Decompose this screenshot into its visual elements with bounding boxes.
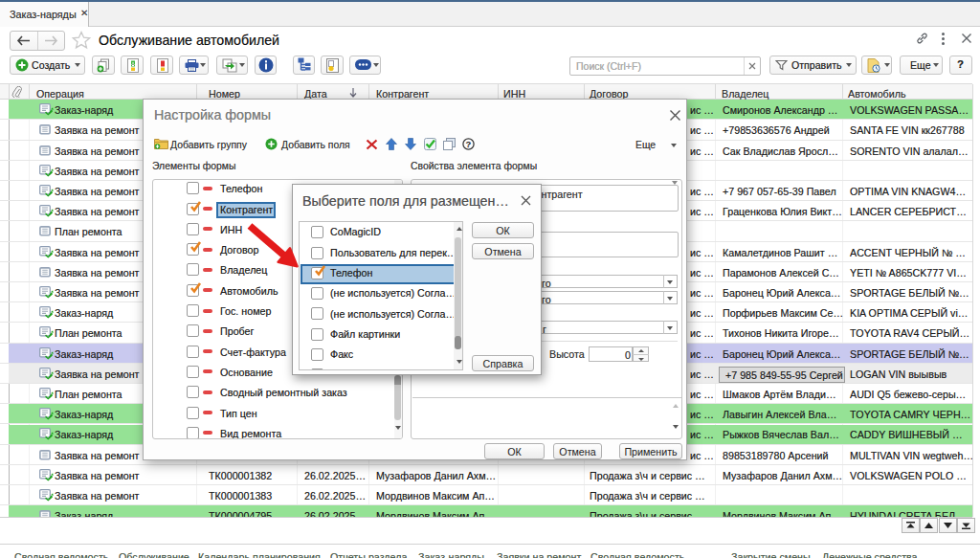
svg-text:?: ?	[466, 139, 472, 149]
